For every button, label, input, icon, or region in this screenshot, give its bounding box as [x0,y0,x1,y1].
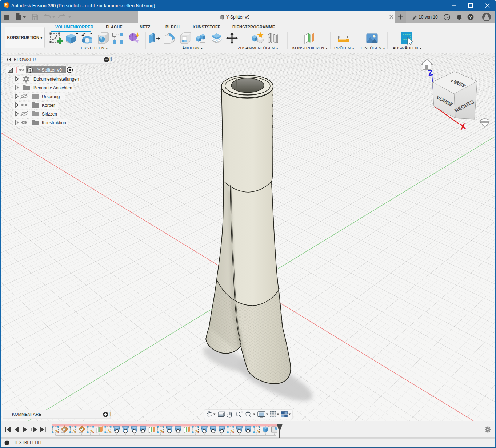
svg-text:F: F [5,3,7,7]
svg-text:10 von 10: 10 von 10 [419,15,438,20]
svg-text:Y-Splitter v9: Y-Splitter v9 [226,15,250,20]
svg-text:?: ? [469,15,472,20]
svg-text:Y-Splitter v9: Y-Splitter v9 [37,68,62,73]
svg-text:X: X [459,121,467,132]
